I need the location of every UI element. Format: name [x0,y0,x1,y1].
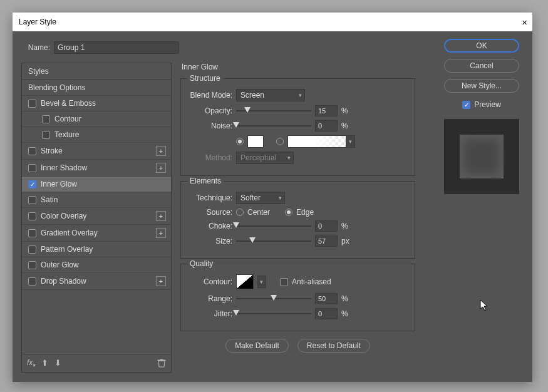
plus-icon[interactable]: + [156,163,166,173]
name-label: Name: [24,43,50,52]
style-checkbox[interactable] [28,100,36,108]
style-checkbox[interactable] [28,196,36,204]
quality-group: Quality Contour: Anti-aliased Range: % [180,264,415,331]
sidebar-item-inner-glow[interactable]: Inner Glow [22,177,171,192]
sidebar-item-color-overlay[interactable]: Color Overlay+ [22,208,171,225]
cancel-button[interactable]: Cancel [444,59,519,73]
blend-mode-label: Blend Mode: [190,91,232,100]
style-checkbox[interactable] [28,147,36,155]
close-icon[interactable]: × [522,17,527,28]
jitter-input[interactable] [315,308,338,319]
size-input[interactable] [315,235,338,247]
range-input[interactable] [315,293,338,304]
sidebar-item-label: Gradient Overlay [41,229,152,237]
sidebar-item-label: Drop Shadow [41,277,152,286]
style-checkbox[interactable] [28,277,36,286]
source-center-radio[interactable] [236,209,244,216]
sidebar-item-bevel-emboss[interactable]: Bevel & Emboss [22,96,171,111]
sidebar-item-drop-shadow[interactable]: Drop Shadow+ [22,273,171,290]
gradient-picker[interactable]: ▾ [287,135,355,148]
preview-box [444,119,519,194]
sidebar-item-contour[interactable]: Contour [22,111,171,127]
sidebar-item-inner-shadow[interactable]: Inner Shadow+ [22,160,171,177]
sidebar-item-texture[interactable]: Texture [22,127,171,143]
titlebar: Layer Style × [13,13,532,31]
styles-header[interactable]: Styles [22,63,171,80]
sidebar-item-gradient-overlay[interactable]: Gradient Overlay+ [22,225,171,242]
method-select: Perceptual [236,152,294,164]
color-radio[interactable] [236,138,244,145]
arrow-up-icon[interactable]: ⬆ [41,358,48,368]
sidebar-item-label: Satin [41,195,166,204]
plus-icon[interactable]: + [156,276,166,286]
elements-group: Elements Technique: Softer Source: Cente… [180,181,415,259]
sidebar-item-label: Contour [54,115,166,123]
style-checkbox[interactable] [42,115,50,123]
contour-dropdown[interactable] [257,276,266,288]
ok-button[interactable]: OK [444,39,519,53]
plus-icon[interactable]: + [156,211,166,221]
style-checkbox[interactable] [28,245,36,254]
sidebar-item-label: Stroke [41,147,152,155]
arrow-down-icon[interactable]: ⬇ [54,358,61,368]
structure-group: Structure Blend Mode: Screen Opacity: % … [180,78,415,176]
preview-swatch [460,135,504,178]
blend-mode-select[interactable]: Screen [236,89,305,101]
styles-list: Styles Blending Options Bevel & EmbossCo… [21,63,172,373]
sidebar-item-label: Bevel & Emboss [41,99,166,108]
size-slider[interactable] [236,237,311,245]
source-edge-radio[interactable] [285,209,292,216]
panel-title: Inner Glow [182,63,415,71]
jitter-slider[interactable] [236,309,311,318]
preview-checkbox[interactable] [462,101,470,109]
sidebar-item-label: Outer Glow [41,260,166,269]
antialiased-checkbox[interactable] [280,278,288,286]
sidebar-item-pattern-overlay[interactable]: Pattern Overlay [22,242,171,257]
contour-picker[interactable] [236,274,254,289]
style-checkbox[interactable] [28,164,36,172]
sidebar-item-stroke[interactable]: Stroke+ [22,143,171,160]
plus-icon[interactable]: + [156,146,166,156]
sidebar-item-label: Inner Shadow [41,163,152,172]
name-input[interactable] [54,41,179,54]
sidebar-item-satin[interactable]: Satin [22,192,171,208]
opacity-input[interactable] [315,105,338,116]
trash-icon[interactable] [157,358,166,368]
style-checkbox[interactable] [28,229,36,237]
reset-default-button[interactable]: Reset to Default [297,339,370,353]
fx-icon[interactable]: fx▾ [27,358,35,368]
noise-slider[interactable] [236,121,311,130]
sidebar-item-outer-glow[interactable]: Outer Glow [22,257,171,273]
make-default-button[interactable]: Make Default [225,339,289,353]
sidebar-item-label: Color Overlay [41,212,152,220]
blending-options[interactable]: Blending Options [22,80,171,96]
gradient-radio[interactable] [276,138,284,145]
opacity-slider[interactable] [236,106,311,115]
choke-slider[interactable] [236,222,311,230]
window-title: Layer Style [19,18,56,26]
layer-style-dialog: Layer Style × Name: Styles Blending Opti… [13,13,532,382]
plus-icon[interactable]: + [156,228,166,238]
technique-select[interactable]: Softer [236,192,285,204]
noise-input[interactable] [315,120,338,132]
sidebar-item-label: Pattern Overlay [41,245,166,254]
range-slider[interactable] [236,294,311,303]
choke-input[interactable] [315,220,338,232]
sidebar-item-label: Inner Glow [41,180,166,188]
color-swatch[interactable] [247,135,264,148]
style-checkbox[interactable] [42,131,50,139]
sidebar-item-label: Texture [54,130,166,139]
style-checkbox[interactable] [28,212,36,220]
style-checkbox[interactable] [28,180,36,188]
new-style-button[interactable]: New Style... [444,79,519,93]
style-checkbox[interactable] [28,261,36,269]
